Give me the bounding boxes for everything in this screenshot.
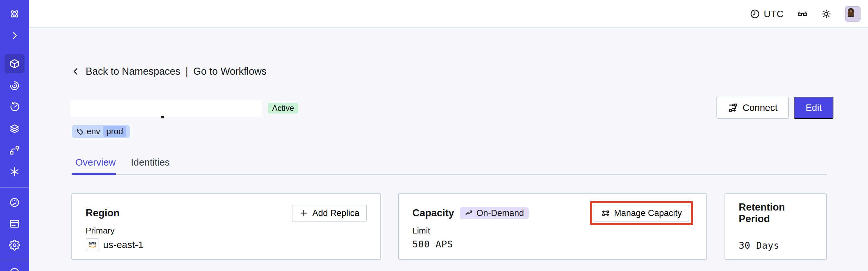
temporal-logo-icon[interactable] bbox=[0, 8, 29, 20]
sidebar bbox=[0, 0, 29, 271]
on-demand-badge: On-Demand bbox=[460, 207, 529, 219]
sidebar-item-settings-gear-icon[interactable] bbox=[0, 239, 29, 251]
status-badge: Active bbox=[268, 103, 298, 114]
clock-icon bbox=[750, 9, 760, 19]
tag-key: env bbox=[87, 126, 100, 137]
namespace-detail-page: UTC Back to Namespaces | Go to Workflows… bbox=[0, 0, 868, 271]
tab-overview[interactable]: Overview bbox=[71, 155, 120, 170]
manage-capacity-button[interactable]: Manage Capacity bbox=[594, 205, 689, 221]
region-value: us-east-1 bbox=[103, 239, 144, 250]
sidebar-item-layers-icon[interactable] bbox=[0, 123, 29, 134]
region-card: Region Add Replica Primary aws us-east-1 bbox=[71, 193, 381, 260]
sidebar-item-schedules-clock-icon[interactable] bbox=[0, 101, 29, 113]
user-avatar[interactable] bbox=[845, 6, 861, 22]
sidebar-item-usage-gauge-icon[interactable] bbox=[0, 197, 29, 208]
annotation-highlight-box: Manage Capacity bbox=[590, 201, 693, 225]
add-replica-label: Add Replica bbox=[312, 208, 359, 218]
brightness-sun-icon[interactable] bbox=[821, 9, 832, 19]
sidebar-item-deployments-branch-icon[interactable] bbox=[0, 145, 29, 156]
connect-flow-icon bbox=[728, 102, 738, 113]
connect-button[interactable]: Connect bbox=[716, 97, 789, 119]
redaction-text-artifact bbox=[161, 116, 164, 118]
sliders-icon bbox=[601, 209, 610, 218]
capacity-value: 500 APS bbox=[412, 239, 693, 250]
breadcrumb: Back to Namespaces | Go to Workflows bbox=[71, 66, 267, 77]
primary-label: Primary bbox=[86, 226, 367, 236]
sidebar-item-support-globe-icon[interactable] bbox=[0, 266, 29, 271]
sidebar-item-namespaces-cube-icon[interactable] bbox=[0, 58, 29, 69]
plus-icon bbox=[299, 209, 308, 218]
labs-glasses-icon[interactable] bbox=[797, 9, 808, 19]
region-card-title: Region bbox=[86, 207, 120, 219]
manage-capacity-label: Manage Capacity bbox=[614, 208, 682, 218]
breadcrumb-workflows-link[interactable]: Go to Workflows bbox=[193, 66, 267, 77]
sidebar-item-workflows-spiral-icon[interactable] bbox=[0, 80, 29, 92]
capacity-card: Capacity On-Demand Manage Capacity Limit… bbox=[398, 193, 707, 260]
tab-identities[interactable]: Identities bbox=[127, 155, 174, 170]
timezone-label: UTC bbox=[764, 8, 784, 20]
sidebar-item-nexus-asterisk-icon[interactable] bbox=[0, 166, 29, 178]
sidebar-divider bbox=[0, 187, 29, 187]
back-chevron-icon[interactable] bbox=[71, 66, 81, 77]
svg-text:aws: aws bbox=[89, 241, 96, 245]
namespace-tag[interactable]: env prod bbox=[72, 125, 130, 138]
sidebar-item-billing-card-icon[interactable] bbox=[0, 218, 29, 230]
retention-card-title: Retention Period bbox=[739, 202, 812, 225]
edit-button-label: Edit bbox=[806, 102, 822, 113]
topbar: UTC bbox=[29, 0, 868, 28]
active-tab-underline bbox=[72, 173, 116, 175]
aws-logo-icon: aws bbox=[87, 240, 98, 250]
tabs-divider-line bbox=[71, 174, 827, 175]
sidebar-divider bbox=[0, 260, 29, 260]
namespace-title-redacted bbox=[71, 100, 262, 117]
status-badge-label: Active bbox=[272, 103, 294, 113]
limit-label: Limit bbox=[412, 226, 693, 236]
timezone-selector[interactable]: UTC bbox=[750, 8, 784, 20]
connect-button-label: Connect bbox=[743, 102, 777, 113]
breadcrumb-separator: | bbox=[185, 66, 188, 77]
sidebar-collapse-chevron-right-icon[interactable] bbox=[0, 30, 29, 41]
edit-button[interactable]: Edit bbox=[794, 97, 833, 119]
tag-value-chip: prod bbox=[103, 126, 126, 137]
retention-card: Retention Period 30 Days bbox=[724, 193, 827, 260]
tab-bar: Overview Identities bbox=[71, 155, 174, 170]
retention-value: 30 Days bbox=[739, 240, 812, 251]
tag-icon bbox=[75, 127, 84, 136]
on-demand-badge-label: On-Demand bbox=[476, 208, 524, 218]
add-replica-button[interactable]: Add Replica bbox=[292, 205, 367, 221]
capacity-card-title: Capacity bbox=[412, 207, 454, 219]
breadcrumb-back-link[interactable]: Back to Namespaces bbox=[86, 66, 180, 77]
trending-up-icon bbox=[465, 209, 473, 218]
aws-provider-chip: aws bbox=[86, 238, 99, 251]
